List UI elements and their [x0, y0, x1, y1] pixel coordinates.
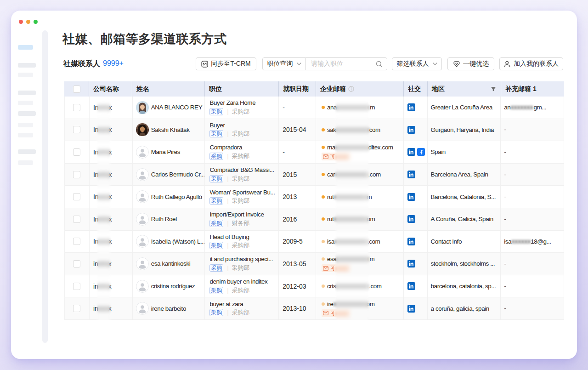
contact-name[interactable]: Sakshi Khattak [151, 126, 190, 133]
row-checkbox-cell [65, 119, 90, 141]
position-search-input[interactable]: 请输入职位 [305, 57, 387, 70]
email-address[interactable]: cris [327, 283, 336, 290]
contacts-count[interactable]: 9999+ [103, 59, 124, 68]
contact-name[interactable]: Ruth Roel [151, 216, 177, 222]
table-row: inxxxxxxxxxxxxxxxxxxxxxxxxxesa kantinkos… [65, 253, 564, 275]
row-checkbox[interactable] [73, 126, 80, 133]
filter-contacts-button[interactable]: 筛选联系人 [392, 57, 442, 70]
contact-name[interactable]: Ruth Gallego Agulló [151, 194, 202, 200]
tag-separator: | [227, 131, 228, 137]
close-window-dot[interactable] [19, 20, 23, 24]
company-cell: inxxxxxxxxxxxxxxxxxxxxxxxxx [90, 253, 133, 275]
table-row: InxxxxxxxxxxxxxxxxxxxxxxxxxMaria PiresCo… [65, 141, 564, 164]
linkedin-icon[interactable] [407, 148, 415, 156]
row-checkbox[interactable] [73, 104, 80, 111]
email-address[interactable]: ma [327, 144, 335, 151]
row-checkbox[interactable] [73, 305, 80, 312]
contact-name[interactable]: Carlos Bermudo Cr... [151, 171, 205, 178]
company-redacted: xxxxxxxxxxxxxxxxxxxxxxxx [98, 260, 108, 268]
social-cell [404, 253, 428, 275]
linkedin-icon[interactable] [407, 305, 415, 313]
row-checkbox[interactable] [73, 216, 80, 223]
column-header-position: 职位 [205, 81, 279, 97]
email-address[interactable]: rut [327, 194, 334, 200]
row-checkbox-cell [65, 275, 90, 297]
minimize-window-dot[interactable] [26, 20, 30, 24]
row-checkbox[interactable] [73, 193, 80, 200]
linkedin-icon[interactable] [407, 238, 415, 245]
company-cell: Inxxxxxxxxxxxxxxxxxxxxxxxxx [90, 186, 133, 208]
envelope-check-icon [323, 154, 328, 159]
company-cell: Inxxxxxxxxxxxxxxxxxxxxxxxxx [90, 231, 133, 253]
page-title: 社媒、邮箱等多渠道联系方式 [62, 33, 227, 46]
sidebar-item-skeleton [18, 101, 33, 105]
linkedin-icon[interactable] [407, 126, 415, 134]
linkedin-icon[interactable] [407, 103, 415, 111]
social-icons [407, 126, 415, 134]
contact-name[interactable]: irene barbeito [151, 305, 186, 312]
company-name: in [93, 305, 98, 312]
position-title: Import/Export Invoice [209, 211, 264, 218]
position-cell: it and purchasing speci...采购|采购部 [205, 253, 279, 275]
contact-name[interactable]: Maria Pires [151, 148, 180, 155]
one-click-optimize-button[interactable]: 一键优选 [447, 57, 494, 70]
hire-date: 2013-05 [283, 260, 306, 268]
position-title: buyer at zara [209, 301, 243, 308]
company-cell: Inxxxxxxxxxxxxxxxxxxxxxxxxx [90, 208, 133, 230]
add-to-my-contacts-button[interactable]: 加入我的联系人 [499, 57, 563, 70]
linkedin-icon[interactable] [407, 215, 415, 223]
position-cell: Buyer Zara Home采购|采购部 [205, 97, 279, 119]
maximize-window-dot[interactable] [34, 20, 38, 24]
row-checkbox[interactable] [73, 171, 80, 178]
row-checkbox[interactable] [73, 283, 80, 290]
email-address[interactable]: esa [327, 256, 336, 262]
linkedin-icon[interactable] [407, 260, 415, 268]
row-checkbox[interactable] [73, 148, 80, 156]
column-header-email: 企业邮箱 [316, 81, 404, 97]
linkedin-icon[interactable] [407, 171, 415, 178]
filter-icon[interactable] [491, 86, 496, 92]
department-label: 财务部 [232, 219, 250, 228]
generic-avatar [136, 302, 149, 315]
info-icon[interactable] [348, 86, 354, 92]
email-address-suffix: m [367, 194, 372, 200]
linkedin-icon[interactable] [407, 282, 415, 290]
contact-name[interactable]: Isabella (Watson) L... [151, 238, 205, 245]
row-checkbox[interactable] [73, 238, 80, 245]
position-cell: Buyer采购|采购部 [205, 119, 279, 141]
contact-name[interactable]: cristina rodríguez [151, 283, 195, 290]
name-cell: irene barbeito [133, 297, 205, 319]
column-header-label: 地区 [432, 85, 445, 93]
contact-name[interactable]: ANA BLANCO REY [151, 104, 203, 111]
alt-email-empty: - [504, 171, 506, 178]
position-query-select[interactable]: 职位查询 [262, 57, 306, 70]
linkedin-icon[interactable] [407, 193, 415, 201]
email-address[interactable]: car [327, 171, 335, 178]
email-address[interactable]: rut [327, 216, 334, 222]
company-redacted: xxxxxxxxxxxxxxxxxxxxxxxx [99, 193, 109, 201]
position-tags: 采购|采购部 [209, 108, 249, 115]
region-cell: A Coruña, Galicia, Spain [428, 208, 501, 230]
facebook-icon[interactable] [417, 148, 425, 156]
email-address[interactable]: ana [327, 104, 337, 111]
toolbar: 社媒联系人 9999+ 同步至T-CRM 职位查询 请输入职位 筛选联系人 一键… [63, 57, 588, 70]
select-all-checkbox[interactable] [73, 85, 80, 93]
email-address[interactable]: sak [327, 126, 336, 133]
sync-to-tcrm-button[interactable]: 同步至T-CRM [196, 57, 256, 70]
alt-email-empty: - [504, 305, 506, 312]
alt-email-empty: - [504, 193, 506, 200]
company-cell: inxxxxxxxxxxxxxxxxxxxxxxxxx [90, 275, 133, 297]
alt-email-suffix: gm... [533, 104, 546, 111]
table-row: InxxxxxxxxxxxxxxxxxxxxxxxxxSakshi Khatta… [65, 119, 564, 142]
row-checkbox[interactable] [73, 260, 80, 268]
email-address[interactable]: isa [327, 238, 334, 245]
contacts-table: 公司名称姓名职位就职日期企业邮箱社交地区补充邮箱 1 Inxxxxxxxxxxx… [64, 81, 564, 320]
generic-avatar [136, 213, 149, 226]
department-label: 采购部 [232, 130, 250, 138]
contact-name[interactable]: esa kantinkoski [151, 260, 191, 267]
email-redacted: xxxxxxxxxxxxxxxxxxxxxxxx [336, 282, 369, 290]
email-address[interactable]: ire [327, 301, 334, 307]
company-name: In [93, 216, 99, 223]
region-text: A Coruña, Galicia, Spain [431, 216, 493, 222]
deliverable-badge: 可xxxxxxxxxxxxxxxxxxxxxxxx [322, 264, 350, 272]
